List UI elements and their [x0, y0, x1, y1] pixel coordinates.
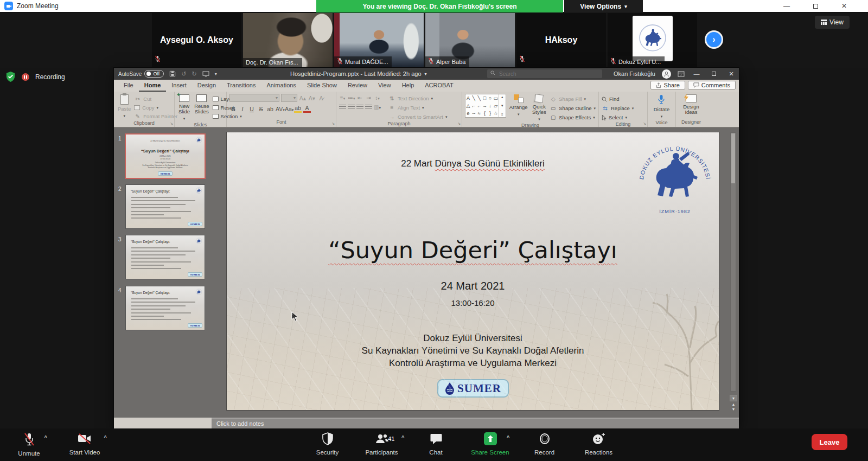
document-title[interactable]: Hosgeldiniz-Program.pptx - Last Modified… — [290, 68, 427, 80]
text-direction-button[interactable]: ⇅Text Direction▾ — [388, 94, 447, 103]
slide-title[interactable]: “Suyun Değeri” Çalıştayı — [227, 236, 719, 264]
start-video-button[interactable]: Start Video^ — [55, 428, 114, 457]
tab-slide-show[interactable]: Slide Show — [302, 80, 342, 92]
highlight-color-button[interactable]: ab — [294, 105, 302, 113]
participant-tile-5[interactable]: HAksoy — [516, 13, 606, 67]
shape-gallery[interactable]: A╲╲□○▭ △⌐⌐→↓▱ e∼≈{}☆ ▲▼≡ — [465, 94, 506, 118]
clear-formatting-button[interactable]: A̷ — [317, 95, 325, 101]
comments-button[interactable]: Comments — [688, 81, 736, 89]
underline-button[interactable]: U — [248, 106, 256, 112]
editing-dialog-launcher[interactable]: ↘ — [643, 121, 646, 126]
tab-file[interactable]: File — [118, 80, 139, 92]
bold-button[interactable]: B — [229, 106, 237, 112]
next-slide-button[interactable]: ▼ — [732, 407, 736, 411]
chevron-up-icon[interactable]: ^ — [401, 435, 405, 441]
restore-button[interactable] — [808, 1, 822, 11]
previous-slide-button[interactable]: ▲ — [732, 402, 736, 406]
ppt-minimize-button[interactable]: — — [691, 71, 702, 77]
slide-time[interactable]: 13:00-16:20 — [227, 298, 719, 308]
clipboard-dialog-launcher[interactable]: ↘ — [170, 121, 173, 126]
new-slide-button[interactable]: + New Slide▾ — [177, 94, 191, 122]
tab-review[interactable]: Review — [342, 80, 373, 92]
vertical-scrollbar[interactable] — [730, 132, 736, 392]
slideshow-icon[interactable] — [202, 71, 209, 77]
user-name[interactable]: Okan Fıstıkoğlu — [614, 71, 655, 77]
unmute-button[interactable]: Unmute^ — [3, 428, 55, 457]
text-shadow-button[interactable]: ab — [266, 106, 274, 112]
notes-pane-bar[interactable]: Click to add notes — [212, 418, 739, 428]
security-button[interactable]: Security — [301, 428, 355, 456]
decrease-indent-icon[interactable]: ⇤ — [356, 95, 363, 101]
chevron-up-icon[interactable]: ^ — [507, 435, 510, 441]
save-icon[interactable] — [169, 71, 176, 77]
minimize-button[interactable]: — — [780, 1, 794, 11]
align-center-button[interactable] — [348, 105, 355, 110]
tab-help[interactable]: Help — [397, 80, 420, 92]
close-button[interactable]: ✕ — [837, 1, 851, 11]
strip-view-button[interactable]: View — [815, 16, 850, 29]
tab-insert[interactable]: Insert — [166, 80, 192, 92]
tab-view[interactable]: View — [373, 80, 397, 92]
chevron-up-icon[interactable]: ^ — [44, 435, 47, 441]
participant-tile-1[interactable]: Aysegul O. Aksoy — [152, 13, 241, 67]
participant-tile-6[interactable]: Dokuz Eylul U... — [608, 13, 697, 67]
convert-smartart-button[interactable]: →Convert to SmartArt▾ — [388, 113, 447, 121]
slide-thumbnail-3[interactable]: “Suyun Değeri” Çalıştayı:SUMER — [126, 235, 205, 279]
record-button[interactable]: Record — [518, 428, 572, 456]
chevron-up-icon[interactable]: ^ — [104, 435, 107, 441]
shape-effects-button[interactable]: ▢Shape Effects▾ — [550, 113, 596, 121]
align-text-button[interactable]: ≡Align Text▾ — [388, 104, 447, 112]
italic-button[interactable]: I — [239, 106, 246, 112]
align-right-button[interactable] — [356, 105, 363, 110]
tab-acrobat[interactable]: ACROBAT — [419, 80, 458, 92]
shape-outline-button[interactable]: ▭Shape Outline▾ — [550, 104, 596, 112]
participants-button[interactable]: 41Participants^ — [355, 428, 409, 456]
grow-font-button[interactable]: A▴ — [299, 95, 307, 101]
slide-canvas[interactable]: 22 Mart Dünya Su Günü Etkinlikleri DOKUZ… — [227, 132, 719, 410]
font-dialog-launcher[interactable]: ↘ — [331, 121, 335, 126]
participant-tile-2[interactable]: Doç. Dr. Okan Fıs... — [243, 13, 333, 67]
reactions-button[interactable]: Reactions — [572, 428, 626, 456]
font-color-button[interactable]: A — [303, 105, 311, 113]
shape-gallery-scroll[interactable]: ▲▼≡ — [499, 94, 506, 117]
shrink-font-button[interactable]: A▾ — [308, 95, 316, 101]
customize-qat-icon[interactable]: ▾ — [215, 72, 217, 76]
quick-styles-button[interactable]: Quick Styles▾ — [531, 94, 548, 123]
view-options-button[interactable]: View Options▾ — [564, 0, 643, 12]
ribbon-display-options-icon[interactable] — [678, 71, 685, 77]
character-spacing-button[interactable]: AV▾ — [276, 106, 283, 112]
ppt-maximize-button[interactable] — [709, 71, 719, 77]
line-spacing-icon[interactable]: ↕▾ — [374, 95, 381, 101]
copy-button[interactable]: Copy▾ — [134, 104, 177, 112]
participant-tile-4[interactable]: Alper Baba — [425, 13, 515, 67]
participant-tile-3[interactable]: Murat DAĞDE... — [334, 13, 424, 67]
design-ideas-button[interactable]: Design Ideas — [679, 94, 704, 116]
align-left-button[interactable] — [339, 105, 346, 110]
autosave-toggle[interactable]: AutoSave Off — [118, 70, 164, 78]
leave-button[interactable]: Leave — [812, 434, 847, 450]
numbering-icon[interactable]: ≔▾ — [348, 95, 355, 101]
paste-button[interactable]: Paste▾ — [117, 94, 132, 119]
replace-button[interactable]: ⇆Replace▾ — [602, 104, 634, 112]
paragraph-dialog-launcher[interactable]: ↘ — [457, 121, 461, 126]
strikethrough-button[interactable]: S — [257, 106, 265, 112]
tab-home[interactable]: Home — [139, 80, 167, 92]
slide-thumbnail-1[interactable]: 22 Mart Dünya Su Günü Etkinlikleri“Suyun… — [126, 135, 205, 178]
search-input[interactable] — [487, 69, 602, 78]
cut-button[interactable]: ✂Cut — [134, 95, 177, 103]
justify-button[interactable] — [365, 105, 372, 110]
next-participants-button[interactable]: › — [705, 30, 723, 49]
select-button[interactable]: Select▾ — [602, 113, 634, 121]
redo-icon[interactable]: ↻ — [192, 71, 196, 78]
change-case-button[interactable]: Aa▾ — [285, 106, 292, 112]
slide-thumbnail-2[interactable]: “Suyun Değeri” Çalıştayı:SUMER — [126, 185, 205, 228]
dictate-button[interactable]: Dictate▾ — [653, 94, 671, 120]
user-avatar[interactable] — [662, 69, 671, 79]
shape-fill-button[interactable]: ◇Shape Fill▾ — [550, 95, 596, 103]
slide-organization[interactable]: Dokuz Eylül Üniversitesi Su Kaynakları Y… — [227, 332, 719, 369]
columns-button[interactable]: ▥▾ — [374, 104, 381, 110]
format-painter-button[interactable]: ✎Format Painter — [134, 112, 177, 120]
tab-design[interactable]: Design — [192, 80, 221, 92]
increase-indent-icon[interactable]: ⇥ — [365, 95, 372, 101]
ppt-close-button[interactable]: ✕ — [726, 71, 737, 78]
